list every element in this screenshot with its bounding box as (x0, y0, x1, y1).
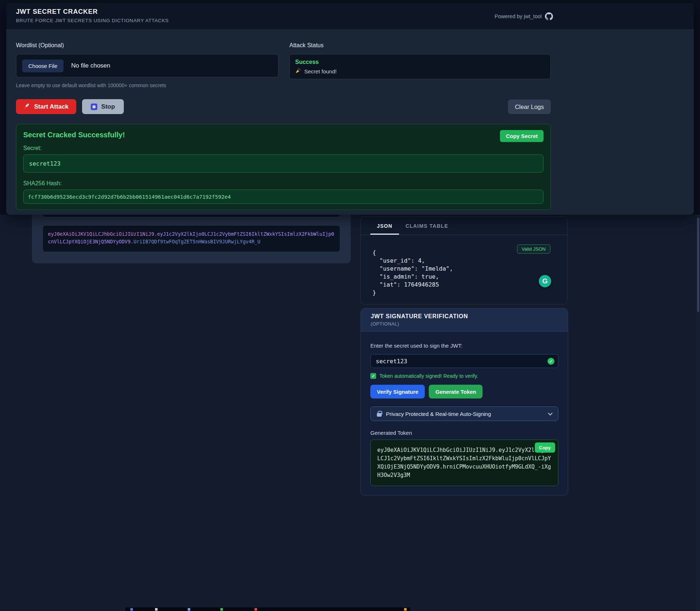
hash-value-box: fcf730b6d95236ecd3c9fc2d92d7b6b2bb061514… (23, 190, 544, 204)
scrollbar[interactable] (696, 215, 700, 611)
attack-status-box: Success (289, 54, 551, 79)
cracker-card: JWT SECRET CRACKER BRUTE FORCE JWT SECRE… (6, 3, 694, 215)
secret-label: Secret: (23, 145, 544, 151)
privacy-accordion-label: Privacy Protected & Real-time Auto-Signi… (386, 411, 544, 417)
start-attack-label: Start Attack (34, 103, 69, 110)
taskbar-icon (404, 608, 407, 611)
status-message-text: Secret found! (304, 68, 337, 74)
page-background (0, 215, 700, 611)
github-icon[interactable] (545, 12, 553, 20)
chevron-down-icon (548, 411, 553, 416)
jwt-cracker-screen: eyJ0eXAiOiJKV1QiLCJhbGciOiJIUzI1NiJ9.eyJ… (0, 0, 700, 611)
jwt-token-text: eyJ0eXAiOiJKV1QiLCJhbGciOiJIUzI1NiJ9.eyJ… (48, 230, 335, 246)
file-chosen-text: No file chosen (71, 62, 110, 69)
page-subtitle: BRUTE FORCE JWT SECRETS USING DICTIONARY… (16, 18, 684, 23)
attack-status-section: Attack Status Success (289, 42, 551, 88)
cracked-result-panel: Secret Cracked Successfully! Copy Secret… (16, 124, 551, 210)
hash-label: SHA256 Hash: (23, 180, 544, 187)
verification-buttons: Verify Signature Generate Token (370, 385, 558, 398)
lock-icon (377, 413, 382, 417)
wordlist-hint: Leave empty to use default wordlist with… (16, 82, 278, 88)
jwt-token-display[interactable]: eyJ0eXAiOiJKV1QiLCJhbGciOiJIUzI1NiJ9.eyJ… (42, 225, 340, 252)
rocket-icon (24, 102, 30, 111)
generated-token-box: Copy eyJ0eXAiOiJKV1QiLCJhbGciOiJIUzI1NiJ… (370, 440, 558, 486)
scrollbar-thumb[interactable] (697, 218, 699, 312)
wordlist-label: Wordlist (Optional) (16, 42, 278, 49)
grammarly-icon[interactable]: G (539, 275, 551, 287)
tab-json[interactable]: JSON (370, 217, 399, 235)
taskbar-sliver (125, 607, 410, 611)
wordlist-section: Wordlist (Optional) Choose File No file … (16, 42, 278, 88)
secret-prompt-label: Enter the secret used to sign the JWT: (370, 343, 558, 349)
payload-decoder-panel: JSON CLAIMS TABLE Valid JSON { "user_id"… (361, 217, 567, 304)
privacy-accordion[interactable]: Privacy Protected & Real-time Auto-Signi… (370, 406, 558, 421)
copy-secret-button[interactable]: Copy Secret (500, 130, 544, 142)
check-circle-icon: ✓ (548, 358, 554, 365)
cracked-title: Secret Cracked Successfully! (23, 131, 544, 139)
signature-verification-panel: JWT SIGNATURE VERIFICATION (OPTIONAL) En… (361, 308, 568, 495)
hash-value: fcf730b6d95236ecd3c9fc2d92d7b6b2bb061514… (28, 194, 231, 200)
generate-token-button[interactable]: Generate Token (429, 385, 483, 398)
cracker-card-header: JWT SECRET CRACKER BRUTE FORCE JWT SECRE… (6, 3, 694, 30)
verification-body: Enter the secret used to sign the JWT: ✓… (361, 332, 568, 486)
verification-header: JWT SIGNATURE VERIFICATION (OPTIONAL) (361, 308, 568, 332)
decoder-content: Valid JSON { "user_id": 4, "username": "… (361, 235, 567, 304)
payload-json-editor[interactable]: { "user_id": 4, "username": "Imelda", "i… (373, 249, 557, 297)
page-title: JWT SECRET CRACKER (16, 8, 684, 16)
tab-claims-table[interactable]: CLAIMS TABLE (399, 217, 455, 235)
taskbar-icon (255, 608, 257, 611)
stop-label: Stop (101, 103, 115, 110)
auto-signed-note: ✓ Token automatically signed! Ready to v… (370, 373, 558, 379)
taskbar-icon (155, 608, 158, 611)
start-attack-button[interactable]: Start Attack (16, 99, 76, 114)
taskbar-icon (220, 608, 223, 611)
verify-signature-button[interactable]: Verify Signature (370, 385, 425, 398)
secret-input[interactable] (370, 354, 558, 368)
secret-input-wrap: ✓ (370, 354, 558, 368)
generated-token-text: eyJ0eXAiOiJKV1QiLCJhbGciOiJIUzI1NiJ9.eyJ… (377, 446, 552, 480)
taskbar-icon (188, 608, 190, 611)
jwt-signature-segment: .UriIB7QDf9twFOqTgZET5nHWasBIV9JURwjLYgv… (131, 239, 261, 244)
powered-by-label: Powered by jwt_tool (495, 13, 542, 19)
attack-status-label: Attack Status (289, 42, 551, 49)
verification-optional-label: (OPTIONAL) (371, 321, 558, 327)
attack-controls: Start Attack Stop Clear Logs (16, 99, 551, 114)
powered-by-link[interactable]: Powered by jwt_tool (495, 3, 553, 30)
status-state: Success (295, 59, 545, 65)
taskbar-icon (130, 608, 133, 611)
jwt-header-segment: eyJ0eXAiOiJKV1QiLCJhbGciOiJIUzI1NiJ9 (48, 231, 154, 237)
party-popper-icon (295, 68, 301, 75)
clear-logs-button[interactable]: Clear Logs (508, 100, 551, 114)
decoder-tab-bar: JSON CLAIMS TABLE (361, 217, 567, 235)
status-message: Secret found! (295, 68, 545, 75)
secret-value-box: secret123 (23, 154, 544, 173)
auto-signed-text: Token automatically signed! Ready to ver… (379, 373, 478, 379)
check-square-icon: ✓ (370, 373, 376, 379)
stop-square-icon (91, 104, 97, 110)
copy-token-button[interactable]: Copy (535, 442, 555, 453)
verification-title: JWT SIGNATURE VERIFICATION (371, 313, 558, 320)
generated-token-label: Generated Token (370, 430, 558, 436)
cracker-card-body: Wordlist (Optional) Choose File No file … (6, 30, 561, 210)
wordlist-file-input[interactable]: Choose File No file chosen (16, 54, 278, 77)
stop-button[interactable]: Stop (82, 99, 124, 114)
choose-file-button[interactable]: Choose File (22, 60, 64, 72)
secret-value: secret123 (29, 160, 61, 167)
valid-json-badge: Valid JSON (517, 244, 550, 254)
